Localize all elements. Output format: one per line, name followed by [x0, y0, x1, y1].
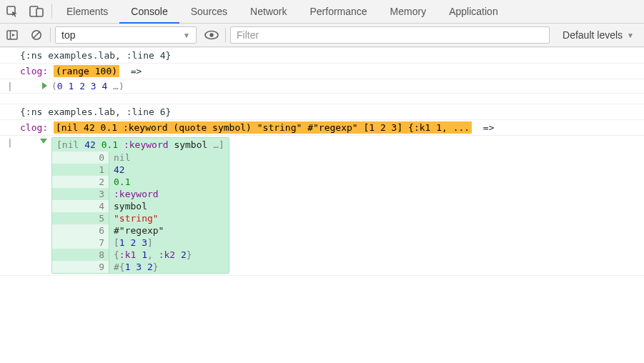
clear-console-icon[interactable] [24, 24, 49, 47]
vector-row[interactable]: 142 [52, 164, 229, 176]
clog-line: clog: (range 100) => [0, 64, 644, 79]
divider [51, 4, 52, 19]
result-expanded: | [nil 42 0.1 :keyword symbol …] 0nil142… [0, 136, 644, 276]
filter-input[interactable]: Filter [230, 26, 550, 44]
expand-icon[interactable] [42, 82, 47, 89]
vector-row[interactable]: 3:keyword [52, 188, 229, 200]
levels-selector[interactable]: Default levels ▼ [553, 24, 644, 47]
clog-expression: (range 100) [54, 65, 119, 77]
console-toolbar: top ▼ Filter Default levels ▼ [0, 24, 644, 47]
live-expression-icon[interactable] [199, 24, 224, 47]
chevron-down-icon: ▼ [183, 31, 190, 39]
vector-row[interactable]: 4symbol [52, 200, 229, 212]
log-meta: {:ns examples.lab, :line 4} [0, 47, 644, 64]
tab-performance[interactable]: Performance [298, 0, 378, 24]
clog-label: clog: [20, 122, 54, 133]
log-meta: {:ns examples.lab, :line 6} [0, 104, 644, 120]
show-console-sidebar-icon[interactable] [0, 24, 24, 47]
indexed-vector-block: [nil 42 0.1 :keyword symbol …] 0nil14220… [51, 137, 229, 274]
svg-marker-5 [12, 34, 15, 36]
clog-line: clog: [nil 42 0.1 :keyword (quote symbol… [0, 120, 644, 136]
svg-point-9 [209, 33, 213, 36]
chevron-down-icon: ▼ [627, 31, 634, 39]
pipe-char: | [7, 81, 17, 91]
clog-label: clog: [20, 66, 54, 76]
console-body: {:ns examples.lab, :line 4} clog: (range… [0, 47, 644, 279]
clog-expression: [nil 42 0.1 :keyword (quote symbol) "str… [54, 121, 472, 134]
inspect-element-icon[interactable] [0, 0, 24, 24]
vector-row[interactable]: 5"string" [52, 212, 229, 224]
tab-console[interactable]: Console [119, 0, 179, 24]
vector-row[interactable]: 8 {:k1 1, :k2 2} [52, 249, 229, 261]
divider [225, 28, 226, 42]
collapsed-seq[interactable]: (0 1 2 3 4 …) [51, 81, 637, 91]
tab-application[interactable]: Application [437, 0, 510, 24]
result-line: | (0 1 2 3 4 …) [0, 79, 644, 94]
vector-row[interactable]: 7 [1 2 3] [52, 237, 229, 249]
filter-placeholder: Filter [237, 29, 259, 41]
tab-network[interactable]: Network [239, 0, 298, 24]
tab-sources[interactable]: Sources [179, 0, 239, 24]
device-toolbar-icon[interactable] [24, 0, 49, 24]
vector-row[interactable]: 20.1 [52, 176, 229, 188]
svg-rect-2 [36, 9, 43, 16]
arrow [125, 66, 131, 76]
pipe-char: | [7, 137, 17, 148]
context-selector-value: top [61, 29, 75, 41]
vector-header[interactable]: [nil 42 0.1 :keyword symbol …] [52, 138, 229, 151]
svg-line-7 [34, 32, 39, 38]
tab-elements[interactable]: Elements [55, 0, 119, 24]
vector-row[interactable]: 0nil [52, 151, 229, 164]
vector-row[interactable]: 9 #{1 3 2} [52, 261, 229, 273]
context-selector[interactable]: top ▼ [55, 26, 197, 44]
tab-memory[interactable]: Memory [379, 0, 438, 24]
collapse-icon[interactable] [40, 139, 47, 144]
devtools-tabstrip: ElementsConsoleSourcesNetworkPerformance… [0, 0, 644, 24]
arrow [477, 122, 483, 133]
vector-row[interactable]: 6#"regexp" [52, 224, 229, 237]
levels-label: Default levels [563, 29, 623, 41]
arrow-str: => [131, 66, 142, 76]
divider [50, 28, 51, 42]
arrow-str: => [483, 122, 495, 133]
